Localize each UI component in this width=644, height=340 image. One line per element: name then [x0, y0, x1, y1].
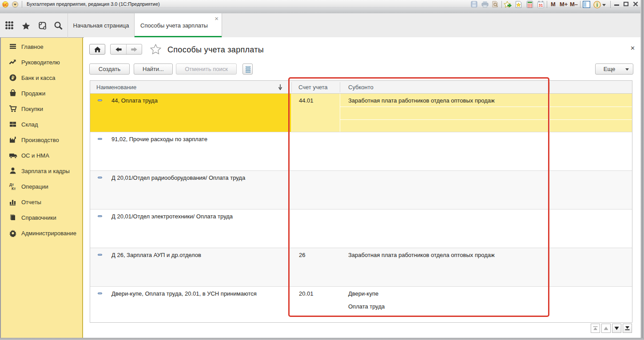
svg-text:₽: ₽	[12, 75, 15, 80]
svg-text:31: 31	[538, 3, 543, 8]
svg-text:1С: 1С	[3, 3, 8, 7]
svg-text:Кт: Кт	[12, 186, 16, 191]
